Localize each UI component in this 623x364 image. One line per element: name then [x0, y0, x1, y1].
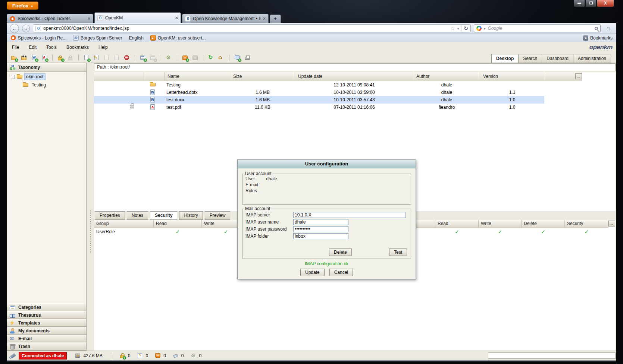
menu-bookmarks[interactable]: Bookmarks — [66, 45, 89, 50]
browser-home-button[interactable] — [604, 24, 613, 33]
search-icon[interactable] — [595, 27, 598, 30]
browser-tab-openkm[interactable]: OpenKM — [94, 12, 181, 23]
table-resize-button[interactable] — [575, 73, 582, 79]
browser-tab-okm-forum[interactable]: Open Knowledge Management • Pos... — [182, 14, 269, 23]
tab-administration[interactable]: Administration — [573, 54, 611, 63]
tab-properties[interactable]: Properties — [95, 211, 125, 220]
menu-help[interactable]: Help — [98, 45, 108, 50]
close-tab-icon[interactable] — [88, 16, 90, 21]
add-document-button[interactable] — [83, 54, 90, 61]
sidebar-item-categories[interactable]: Categories — [7, 303, 86, 311]
imap-password-input[interactable] — [293, 226, 348, 232]
delete-button[interactable]: Delete — [329, 249, 352, 256]
search-placeholder[interactable]: Google — [488, 26, 592, 31]
column-author[interactable]: Author — [413, 72, 480, 81]
dialog-title[interactable]: User configuration — [238, 160, 416, 168]
table-row[interactable]: test.pdf 11.0 KB 07-10-2011 01:16:06 fle… — [94, 104, 582, 111]
back-button[interactable]: ← — [10, 24, 19, 33]
file-name[interactable]: test.docx — [166, 96, 184, 104]
column-size[interactable]: Size — [230, 72, 295, 81]
sidebar-item-taxonomy[interactable]: Taxonomy — [7, 63, 86, 72]
tab-security[interactable]: Security — [150, 211, 177, 220]
tab-desktop[interactable]: Desktop — [491, 54, 519, 63]
imap-folder-input[interactable] — [293, 233, 348, 239]
collapse-icon[interactable] — [11, 75, 15, 79]
tab-history[interactable]: History — [179, 211, 203, 220]
find-button[interactable] — [21, 54, 28, 61]
user-row[interactable] — [388, 228, 608, 235]
close-tab-icon[interactable] — [263, 16, 266, 21]
file-name[interactable]: test.pdf — [166, 104, 181, 111]
column-icon[interactable] — [144, 72, 165, 81]
file-name[interactable]: Letterhead.dotx — [166, 89, 197, 96]
column-update-date[interactable]: Update date — [295, 72, 413, 81]
print-button[interactable] — [244, 54, 251, 61]
browser-tab-spiceworks[interactable]: Spiceworks - Open Tickets — [7, 14, 93, 23]
check-icon[interactable] — [565, 228, 608, 235]
add-folder-button[interactable] — [10, 54, 18, 61]
sidebar-item-trash[interactable]: Trash — [7, 342, 86, 350]
close-tab-icon[interactable] — [175, 15, 178, 20]
sidebar-item-templates[interactable]: Templates — [7, 319, 86, 327]
tree-item-testing[interactable]: Testing — [7, 81, 86, 89]
download-document-button[interactable] — [31, 54, 38, 61]
url-text[interactable]: openkm:8080/OpenKM/frontend/index.jsp — [43, 26, 448, 31]
column-read[interactable]: Read — [435, 220, 479, 228]
column-write[interactable]: Write — [479, 220, 522, 228]
column-name[interactable]: Name — [165, 72, 230, 81]
imap-username-input[interactable] — [293, 219, 348, 225]
chevron-down-icon[interactable] — [484, 26, 486, 31]
sidebar-item-email[interactable]: E-mail — [7, 335, 86, 342]
file-name[interactable]: Testing — [166, 81, 181, 89]
check-icon[interactable] — [479, 228, 522, 235]
sidebar-splitter[interactable] — [87, 63, 94, 351]
reload-icon[interactable] — [464, 25, 468, 31]
bookmarks-menu-button[interactable]: Bookmarks — [583, 35, 613, 41]
download-pdf-button[interactable] — [41, 54, 48, 61]
minimize-button[interactable] — [574, 0, 585, 7]
bookmark-item-english[interactable]: English — [129, 35, 143, 41]
lock-button[interactable] — [57, 54, 64, 61]
column-status[interactable] — [94, 72, 144, 81]
column-read[interactable]: Read — [154, 220, 202, 228]
maximize-button[interactable] — [585, 0, 597, 7]
add-subscription-button[interactable] — [181, 54, 189, 61]
test-button[interactable]: Test — [389, 249, 407, 256]
refresh-button[interactable] — [207, 54, 215, 61]
sidebar-item-thesaurus[interactable]: Thesaurus — [7, 311, 86, 319]
menu-edit[interactable]: Edit — [29, 45, 37, 50]
column-security[interactable]: Security — [565, 220, 608, 228]
url-bar[interactable]: openkm:8080/OpenKM/frontend/index.jsp — [33, 24, 471, 32]
column-group[interactable]: Group — [94, 220, 154, 228]
add-property-group-button[interactable] — [139, 54, 147, 61]
open-window-button[interactable] — [234, 54, 241, 61]
bookmark-item-borges[interactable]: Borges Spam Server — [73, 35, 122, 41]
update-button[interactable]: Update — [300, 269, 325, 276]
table-row-selected[interactable]: test.docx 1.6 MB 10-10-2011 03:57:43 dha… — [94, 96, 582, 104]
cancel-button[interactable]: Cancel — [329, 269, 353, 276]
column-version[interactable]: Version — [480, 72, 544, 81]
table-resize-button[interactable] — [608, 221, 615, 227]
table-row[interactable]: Letterhead.dotx 1.6 MB 10-10-2011 03:59:… — [94, 89, 582, 96]
tree-item-okm-root[interactable]: okm:root — [7, 73, 86, 81]
check-icon[interactable] — [522, 228, 565, 235]
menu-tools[interactable]: Tools — [46, 45, 57, 50]
column-delete[interactable]: Delete — [522, 220, 565, 228]
edit-document-button[interactable] — [93, 54, 100, 61]
menu-file[interactable]: File — [12, 45, 19, 50]
cancel-checkout-button[interactable] — [123, 54, 131, 61]
check-icon[interactable] — [435, 228, 479, 235]
chevron-down-icon[interactable] — [457, 26, 459, 31]
tab-search[interactable]: Search — [518, 54, 542, 63]
sidebar-item-my-documents[interactable]: My documents — [7, 327, 86, 335]
table-row[interactable]: Testing 12-10-2011 09:08:41 dhale — [94, 81, 582, 89]
start-workflow-button[interactable] — [165, 54, 173, 61]
imap-server-input[interactable] — [293, 212, 406, 218]
new-tab-button[interactable]: + — [270, 15, 281, 23]
check-icon[interactable] — [154, 228, 202, 235]
search-box[interactable]: Google — [474, 24, 601, 32]
bookmark-item-okm-subscription[interactable]: OpenKM: user subscri... — [150, 35, 206, 41]
tab-notes[interactable]: Notes — [127, 211, 148, 220]
tab-dashboard[interactable]: Dashboard — [542, 54, 573, 63]
firefox-menu-button[interactable]: Firefox — [7, 1, 38, 10]
